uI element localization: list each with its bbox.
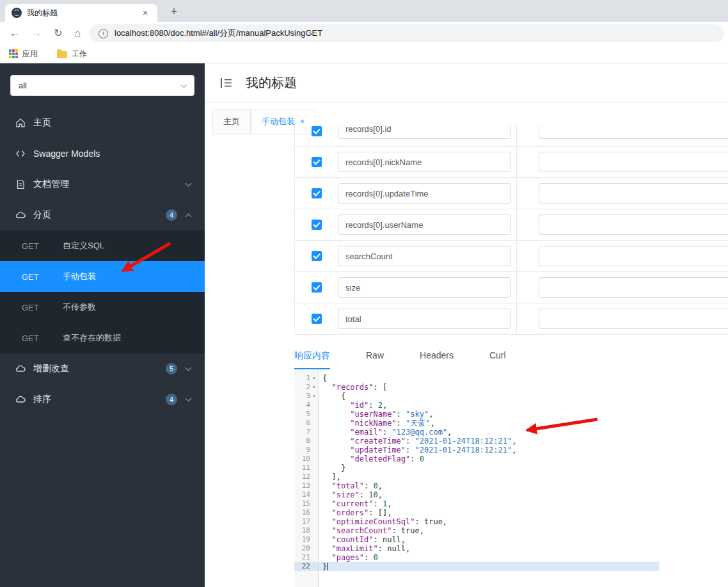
code-line: } — [319, 562, 659, 571]
code-line: "records": [ — [319, 383, 659, 392]
close-icon[interactable]: × — [300, 117, 305, 126]
param-row-partial — [294, 125, 728, 147]
gutter-line: 12 — [294, 472, 318, 481]
collapse-sidebar-button[interactable] — [220, 77, 233, 88]
code-line: "deletedFlag": 0 — [319, 454, 659, 463]
code-line: "userName": "sky", — [319, 410, 659, 419]
gutter-line: 5 — [294, 410, 318, 419]
gutter-line: 20 — [294, 544, 318, 553]
param-name-input[interactable] — [338, 246, 511, 266]
code-line: ], — [319, 472, 659, 481]
sidebar-api-list: GET 自定义SQL GET 手动包装 GET 不传参数 GET 查不存在的数据 — [0, 230, 205, 353]
new-tab-button[interactable]: + — [166, 4, 182, 20]
param-checkbox[interactable] — [312, 157, 322, 167]
group-select[interactable]: all — [10, 75, 194, 96]
http-method-label: GET — [22, 241, 63, 251]
param-checkbox[interactable] — [312, 220, 322, 230]
sidebar-api-query-missing[interactable]: GET 查不存在的数据 — [0, 323, 205, 353]
param-value-input[interactable] — [539, 246, 728, 266]
bookmark-label: 应用 — [22, 49, 38, 60]
sidebar-item-home[interactable]: 主页 — [0, 108, 205, 138]
bookmark-folder-work[interactable]: 工作 — [57, 49, 87, 60]
param-name-input[interactable] — [338, 309, 511, 329]
param-value-input[interactable] — [539, 309, 728, 329]
browser-tab[interactable]: 我的标题 × — [5, 4, 157, 22]
fold-icon: ▾ — [310, 374, 318, 383]
code-line: "total": 0, — [319, 481, 659, 490]
code-line: "pages": 0 — [319, 553, 659, 562]
tab-headers[interactable]: Headers — [420, 344, 454, 369]
code-line: { — [319, 374, 659, 383]
column-divider — [516, 147, 517, 177]
param-row — [294, 241, 728, 272]
sidebar-item-label: 分页 — [33, 209, 166, 221]
gutter-line: 22 — [294, 562, 318, 571]
gutter-line: 11 — [294, 463, 318, 472]
http-method-label: GET — [22, 272, 63, 282]
sidebar: all 主页 Swagger Models 文档管理 分页 4 GET 自定义S… — [0, 63, 205, 587]
gutter-line: 14 — [294, 490, 318, 499]
gutter-line: 2▾ — [294, 383, 318, 392]
param-value-input[interactable] — [539, 214, 728, 235]
param-name-input[interactable] — [338, 125, 511, 139]
sidebar-api-custom-sql[interactable]: GET 自定义SQL — [0, 230, 205, 261]
code-line: "size": 10, — [319, 490, 659, 499]
sidebar-item-label: 增删改查 — [33, 363, 166, 374]
gutter-line: 17 — [294, 517, 318, 526]
param-checkbox[interactable] — [312, 188, 322, 198]
tab-response-content[interactable]: 响应内容 — [294, 344, 330, 369]
param-name-input[interactable] — [338, 183, 511, 204]
code-line: "current": 1, — [319, 499, 659, 508]
tab-raw[interactable]: Raw — [366, 344, 384, 369]
sidebar-item-pagination[interactable]: 分页 4 — [0, 200, 205, 230]
param-checkbox[interactable] — [312, 282, 322, 293]
param-checkbox[interactable] — [312, 314, 322, 324]
param-checkbox[interactable] — [312, 126, 322, 136]
back-icon[interactable]: ← — [6, 25, 23, 42]
gutter-line: 16 — [294, 508, 318, 517]
sidebar-api-no-params[interactable]: GET 不传参数 — [0, 292, 205, 323]
sidebar-item-label: Swagger Models — [33, 149, 191, 159]
bookmark-apps[interactable]: 应用 — [9, 49, 38, 60]
sidebar-item-label: 排序 — [33, 394, 166, 405]
apps-grid-icon — [9, 49, 18, 58]
sidebar-item-sort[interactable]: 排序 4 — [0, 384, 205, 415]
cloud-icon — [15, 210, 26, 220]
param-value-input[interactable] — [539, 277, 728, 298]
sidebar-item-crud[interactable]: 增删改查 5 — [0, 353, 205, 384]
param-value-input[interactable] — [539, 183, 728, 204]
close-tab-icon[interactable]: × — [139, 8, 151, 18]
column-divider — [516, 303, 517, 334]
text-cursor — [327, 563, 328, 570]
param-value-input[interactable] — [539, 152, 728, 172]
column-divider — [516, 125, 517, 146]
page-title: 我的标题 — [246, 74, 297, 92]
url-text: localhost:8080/doc.html#/all/分页/manualPa… — [115, 28, 322, 39]
param-name-input[interactable] — [338, 277, 511, 298]
param-name-input[interactable] — [338, 214, 511, 235]
param-row — [294, 178, 728, 209]
gutter-line: 4 — [294, 401, 318, 410]
param-name-input[interactable] — [338, 152, 511, 172]
code-line: "updateTime": "2021-01-24T18:12:21", — [319, 446, 659, 454]
home-icon[interactable]: ⌂ — [69, 25, 86, 42]
browser-addressbar: ← → ↻ ⌂ i localhost:8080/doc.html#/all/分… — [0, 22, 728, 45]
param-checkbox[interactable] — [312, 251, 322, 261]
sidebar-api-manual-pack[interactable]: GET 手动包装 — [0, 261, 205, 292]
forward-icon[interactable]: → — [28, 25, 45, 42]
fold-icon: ▾ — [310, 383, 318, 392]
code-content: { "records": [ { "id": 2, "userName": "s… — [319, 371, 659, 587]
code-line: "orders": [], — [319, 508, 659, 517]
gutter-line: 6 — [294, 419, 318, 428]
reload-icon[interactable]: ↻ — [50, 25, 67, 42]
response-code-editor[interactable]: 1▾2▾3▾45678910111213141516171819202122 {… — [294, 371, 659, 587]
info-icon[interactable]: i — [99, 29, 108, 38]
tab-curl[interactable]: Curl — [489, 344, 506, 369]
param-row — [294, 303, 728, 335]
url-bar[interactable]: i localhost:8080/doc.html#/all/分页/manual… — [90, 24, 724, 42]
param-value-input[interactable] — [539, 125, 728, 139]
cloud-icon — [15, 364, 26, 374]
sidebar-item-doc-management[interactable]: 文档管理 — [0, 169, 205, 200]
sidebar-item-swagger-models[interactable]: Swagger Models — [0, 138, 205, 169]
doc-tab-home[interactable]: 主页 — [212, 109, 251, 134]
